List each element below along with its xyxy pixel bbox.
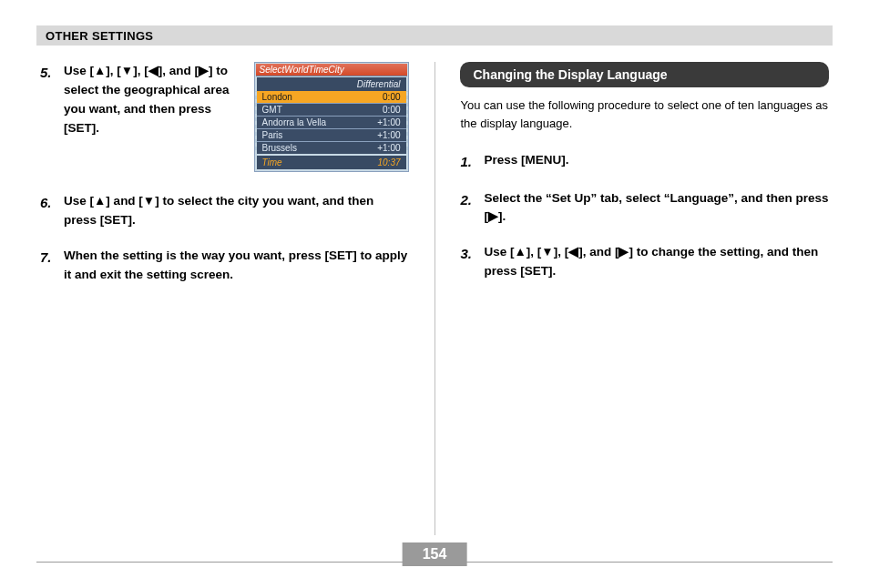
city-name: Brussels — [262, 143, 297, 153]
step-number: 3. — [460, 243, 476, 281]
step-6: 6. Use [▲] and [▼] to select the city yo… — [40, 192, 409, 230]
city-name: Paris — [262, 130, 283, 140]
city-diff: +1:00 — [377, 117, 400, 127]
screenshot-subtitle: Differential — [257, 77, 406, 91]
screenshot-row: Paris +1:00 — [257, 128, 406, 141]
step-number: 7. — [40, 247, 56, 285]
step-number: 2. — [460, 189, 476, 228]
city-name: London — [262, 92, 292, 102]
step-3: 3. Use [▲], [▼], [◀], and [▶] to change … — [460, 243, 829, 281]
city-name: Andorra la Vella — [262, 117, 327, 127]
section-intro: You can use the following procedure to s… — [460, 96, 829, 133]
screenshot-footer: Time 10:37 — [257, 156, 406, 169]
city-name: GMT — [262, 105, 282, 115]
step-number: 5. — [40, 62, 56, 138]
step-number: 6. — [40, 192, 56, 230]
step-text: When the setting is the way you want, pr… — [64, 247, 409, 285]
city-diff: +1:00 — [377, 130, 400, 140]
section-header: OTHER SETTINGS — [36, 25, 833, 46]
manual-page: OTHER SETTINGS 5. Use [▲], [▼], [◀], and… — [0, 0, 869, 588]
screenshot-list: London 0:00 GMT 0:00 Andorra la Vella +1… — [255, 91, 408, 154]
step-text: Select the “Set Up” tab, select “Languag… — [484, 189, 829, 228]
screenshot-row: London 0:00 — [257, 91, 406, 103]
city-diff: +1:00 — [377, 143, 400, 153]
step-text: Use [▲], [▼], [◀], and [▶] to change the… — [484, 243, 829, 281]
camera-screenshot: SelectWorldTimeCity Differential London … — [254, 62, 409, 172]
content-columns: 5. Use [▲], [▼], [◀], and [▶] to select … — [36, 62, 833, 535]
screenshot-title: SelectWorldTimeCity — [256, 64, 407, 76]
city-diff: 0:00 — [383, 92, 400, 102]
step-text: Press [MENU]. — [484, 151, 568, 172]
right-column: Changing the Display Language You can us… — [456, 62, 833, 535]
step-1: 1. Press [MENU]. — [460, 151, 829, 172]
step-7: 7. When the setting is the way you want,… — [40, 247, 409, 285]
step-text: Use [▲], [▼], [◀], and [▶] to select the… — [64, 62, 241, 138]
left-column: 5. Use [▲], [▼], [◀], and [▶] to select … — [36, 62, 413, 535]
screenshot-row: Andorra la Vella +1:00 — [257, 116, 406, 128]
step-2: 2. Select the “Set Up” tab, select “Lang… — [460, 189, 829, 228]
section-heading: Changing the Display Language — [460, 62, 829, 87]
city-diff: 0:00 — [383, 105, 400, 115]
footer-label: Time — [262, 157, 282, 167]
footer-value: 10:37 — [378, 157, 401, 167]
screenshot-row: Brussels +1:00 — [257, 141, 406, 154]
screenshot-row: GMT 0:00 — [257, 103, 406, 116]
column-divider — [434, 62, 435, 535]
step-5-row: 5. Use [▲], [▼], [◀], and [▶] to select … — [40, 62, 409, 172]
page-number-badge: 154 — [403, 542, 467, 566]
step-number: 1. — [460, 151, 476, 172]
page-footer: 154 — [36, 562, 833, 563]
step-5: 5. Use [▲], [▼], [◀], and [▶] to select … — [40, 62, 241, 138]
step-text: Use [▲] and [▼] to select the city you w… — [64, 192, 409, 230]
